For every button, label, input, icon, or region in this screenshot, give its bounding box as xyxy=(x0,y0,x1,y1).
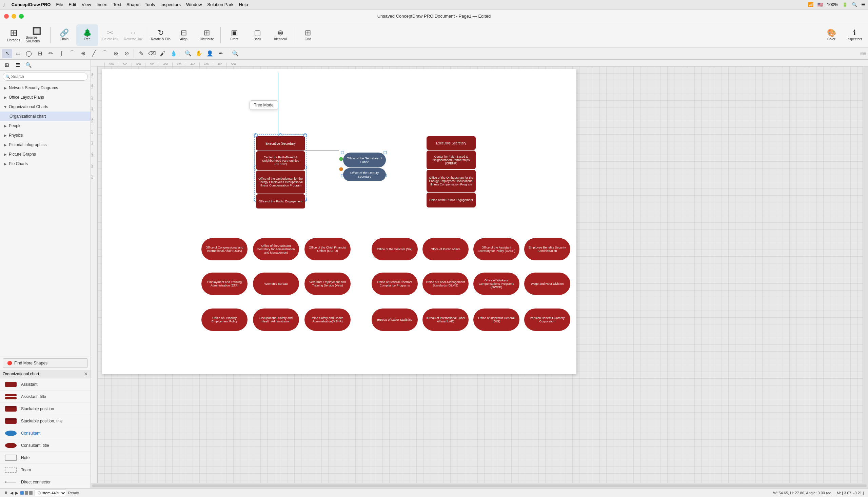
node-ombudsman-right[interactable]: Office of the Ombudsman for the Energy E… xyxy=(427,170,476,192)
sidebar-item-physics[interactable]: ▶ Physics xyxy=(0,130,90,140)
node-whd[interactable]: Wage and Hour Division xyxy=(524,273,570,295)
sidebar-item-pictorial[interactable]: ▶ Pictorial Infographics xyxy=(0,140,90,150)
node-olms[interactable]: Office of Labor-Management Standards (OL… xyxy=(423,273,469,295)
sidebar-grid-view[interactable]: ⊞ xyxy=(2,61,12,70)
node-exec-secretary-right[interactable]: Executive Secretary xyxy=(427,136,476,150)
color-button[interactable]: 🎨 Color xyxy=(821,25,842,46)
node-opa[interactable]: Office of Public Affairs xyxy=(423,238,469,260)
brush-tool[interactable]: 🖌 xyxy=(158,49,168,58)
node-bls[interactable]: Bureau of Labor Statistics xyxy=(372,309,418,331)
grid-button[interactable]: ⊞ Grid xyxy=(297,25,319,46)
inspectors-button[interactable]: ℹ Inspectors xyxy=(843,25,865,46)
sidebar-item-network-security[interactable]: ▶ Network Security Diagrams xyxy=(0,83,90,93)
shape-direct-connector[interactable]: Direct connector xyxy=(0,476,90,488)
menu-window[interactable]: Window xyxy=(186,2,202,7)
menu-solution-park[interactable]: Solution Park xyxy=(207,2,233,7)
shape-stackable-title[interactable]: Stackable position, title xyxy=(0,415,90,427)
rect-tool[interactable]: ▭ xyxy=(13,49,23,58)
node-ocfo[interactable]: Office of the Chief Financial Officer (O… xyxy=(304,238,351,260)
sidebar-item-org-charts[interactable]: ▶ Organizational Charts xyxy=(0,102,90,112)
tree-button[interactable]: 🌲 Tree xyxy=(76,25,98,46)
curve-tool[interactable]: ∫ xyxy=(56,49,67,58)
sidebar-item-picture-graphs[interactable]: ▶ Picture Graphs xyxy=(0,150,90,159)
connector-tool[interactable]: ⊕ xyxy=(78,49,88,58)
node-eta[interactable]: Employment and Training Administration (… xyxy=(201,273,247,295)
node-osha[interactable]: Occupational Safety and Health Administr… xyxy=(253,309,299,331)
browse-solutions-button[interactable]: 🔲 Browse Solutions xyxy=(26,25,47,46)
shape-assistant[interactable]: Assistant xyxy=(0,378,90,390)
zoom-search[interactable]: 🔍 xyxy=(230,49,240,58)
rotate-flip-button[interactable]: ↻ Rotate & Flip xyxy=(150,25,172,46)
menu-shape[interactable]: Shape xyxy=(127,2,139,7)
canvas-vertical-scrollbar[interactable] xyxy=(863,67,868,483)
minimize-button[interactable] xyxy=(12,14,16,19)
reverse-link-button[interactable]: ↔ Reverse link xyxy=(123,25,144,46)
close-button[interactable] xyxy=(4,14,9,19)
menu-inspectors[interactable]: Inspectors xyxy=(160,2,181,7)
distribute-button[interactable]: ⊞ Distribute xyxy=(196,25,218,46)
node-ofccp[interactable]: Office of Federal Contract Compliance Pr… xyxy=(372,273,418,295)
chain-button[interactable]: 🔗 Chain xyxy=(53,25,75,46)
find-more-shapes-button[interactable]: 🔴 Find More Shapes xyxy=(3,358,88,368)
node-oasm[interactable]: Office of the Assistant Secretary for Ad… xyxy=(253,238,299,260)
libraries-button[interactable]: ⊞ Libraries xyxy=(3,25,25,46)
menu-view[interactable]: View xyxy=(82,2,91,7)
eraser-tool[interactable]: ⌫ xyxy=(147,49,157,58)
node-secretary-labor[interactable]: Office of the Secretary of Labor xyxy=(343,153,386,168)
node-oasp[interactable]: Office of the Assistant Secretary for Po… xyxy=(473,238,520,260)
maximize-button[interactable] xyxy=(19,14,24,19)
canvas-horizontal-scrollbar[interactable] xyxy=(91,483,868,488)
menu-edit[interactable]: Edit xyxy=(69,2,76,7)
page-dot-3[interactable] xyxy=(29,491,32,495)
app-name[interactable]: ConceptDraw PRO xyxy=(12,2,51,7)
pause-icon[interactable]: ⏸ xyxy=(4,491,8,495)
shape-stackable[interactable]: Stackable position xyxy=(0,403,90,415)
scrollbar-track[interactable] xyxy=(92,484,867,487)
node-oig[interactable]: Office of Inspector General (OIG) xyxy=(473,309,520,331)
node-vets[interactable]: Veterans' Employment and Training Servic… xyxy=(304,273,351,295)
delete-link-button[interactable]: ✂ Delete link xyxy=(99,25,121,46)
node-ocia[interactable]: Office of Congressional and Internationa… xyxy=(201,238,247,260)
node-sol[interactable]: Office of the Solicitor (Sol) xyxy=(372,238,418,260)
menu-insert[interactable]: Insert xyxy=(97,2,108,7)
menu-tools[interactable]: Tools xyxy=(145,2,155,7)
sidebar-list-view[interactable]: ☰ xyxy=(13,61,23,70)
node-ombudsman-left[interactable]: Office of the Ombudsman for the Energy E… xyxy=(256,171,305,194)
bezier-tool[interactable]: ⌒ xyxy=(67,49,77,58)
next-page[interactable]: ▶ xyxy=(15,491,18,495)
table-tool[interactable]: ⊟ xyxy=(34,49,45,58)
node-deputy-secretary[interactable]: Office of the Deputy Secretary xyxy=(343,168,386,181)
node-cfbnp-left[interactable]: Center for Faith-Based & Neighborhood Pa… xyxy=(256,151,305,170)
node-ebsa[interactable]: Employee Benefits Security Administratio… xyxy=(524,238,570,260)
annotate-tool[interactable]: ✒ xyxy=(216,49,226,58)
shape-consultant[interactable]: Consultant xyxy=(0,427,90,439)
back-button[interactable]: ▢ Back xyxy=(246,25,268,46)
zoom-selector[interactable]: Custom 44% 25% 50% 75% 100% xyxy=(34,489,66,496)
prev-page[interactable]: ◀ xyxy=(10,491,13,495)
eyedropper-tool[interactable]: 💧 xyxy=(169,49,179,58)
search-input[interactable] xyxy=(3,73,88,81)
sidebar-item-pie-charts[interactable]: ▶ Pie Charts xyxy=(0,159,90,169)
page-dot-1[interactable] xyxy=(20,491,24,495)
node-owcp[interactable]: Office of Workers' Compensations Program… xyxy=(473,273,520,295)
arc-tool[interactable]: ⌒ xyxy=(100,49,110,58)
line-tool[interactable]: ╱ xyxy=(89,49,99,58)
ungroup-tool[interactable]: ⊘ xyxy=(122,49,131,58)
node-public-engagement-right[interactable]: Office of the Public Engagement xyxy=(427,193,476,208)
node-public-engagement-left[interactable]: Office of the Public Engagement xyxy=(256,194,305,209)
pan-tool[interactable]: ✋ xyxy=(194,49,204,58)
oval-tool[interactable]: ◯ xyxy=(24,49,34,58)
sidebar-search-btn[interactable]: 🔍 xyxy=(24,61,33,70)
sidebar-item-org-chart[interactable]: Organizational chart xyxy=(0,112,90,121)
align-button[interactable]: ⊟ Align xyxy=(173,25,195,46)
menu-file[interactable]: File xyxy=(56,2,63,7)
menu-help[interactable]: Help xyxy=(239,2,248,7)
node-exec-secretary-left[interactable]: Executive Secretary xyxy=(256,136,305,151)
shape-note[interactable]: Note xyxy=(0,452,90,464)
shape-panel-close-button[interactable]: ✕ xyxy=(84,371,88,377)
shape-assistant-title[interactable]: Assistant, title xyxy=(0,390,90,403)
identical-button[interactable]: ⊜ Identical xyxy=(270,25,291,46)
front-button[interactable]: ▣ Front xyxy=(224,25,245,46)
search-menubar-icon[interactable]: 🔍 xyxy=(852,2,857,7)
node-odep[interactable]: Office of Disability Employment Policy xyxy=(201,309,247,331)
